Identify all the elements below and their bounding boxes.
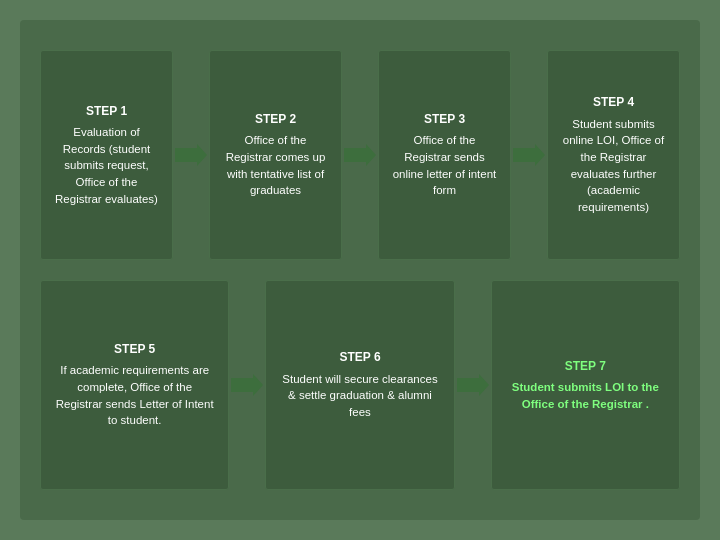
step-6-box: STEP 6 Student will secure clearances & … [265, 280, 454, 490]
row-1: STEP 1 Evaluation of Records (student su… [40, 50, 680, 260]
step-3-box: STEP 3 Office of the Registrar sends onl… [378, 50, 511, 260]
svg-marker-2 [513, 144, 545, 166]
step-6-text: Student will secure clearances & settle … [278, 371, 441, 421]
svg-marker-0 [175, 144, 207, 166]
step-1-text: Evaluation of Records (student submits r… [53, 124, 160, 207]
main-container: STEP 1 Evaluation of Records (student su… [20, 20, 700, 520]
row-2: STEP 5 If academic requirements are comp… [40, 280, 680, 490]
arrow-5-6 [229, 374, 265, 396]
step-3-label: STEP 3 [424, 111, 465, 128]
step-6-label: STEP 6 [339, 349, 380, 366]
step-7-text: Student submits LOI to the Office of the… [504, 379, 667, 412]
step-4-label: STEP 4 [593, 94, 634, 111]
step-3-text: Office of the Registrar sends online let… [391, 132, 498, 199]
step-2-box: STEP 2 Office of the Registrar comes up … [209, 50, 342, 260]
step-4-box: STEP 4 Student submits online LOI, Offic… [547, 50, 680, 260]
svg-marker-4 [457, 374, 489, 396]
svg-marker-3 [231, 374, 263, 396]
step-2-label: STEP 2 [255, 111, 296, 128]
step-4-text: Student submits online LOI, Office of th… [560, 116, 667, 216]
step-5-text: If academic requirements are complete, O… [53, 362, 216, 429]
step-2-text: Office of the Registrar comes up with te… [222, 132, 329, 199]
step-7-box: STEP 7 Student submits LOI to the Office… [491, 280, 680, 490]
step-5-box: STEP 5 If academic requirements are comp… [40, 280, 229, 490]
step-5-label: STEP 5 [114, 341, 155, 358]
arrow-2-3 [342, 144, 378, 166]
step-1-box: STEP 1 Evaluation of Records (student su… [40, 50, 173, 260]
step-1-label: STEP 1 [86, 103, 127, 120]
arrow-6-7 [455, 374, 491, 396]
svg-marker-1 [344, 144, 376, 166]
arrow-1-2 [173, 144, 209, 166]
arrow-3-4 [511, 144, 547, 166]
step-7-label: STEP 7 [565, 358, 606, 375]
